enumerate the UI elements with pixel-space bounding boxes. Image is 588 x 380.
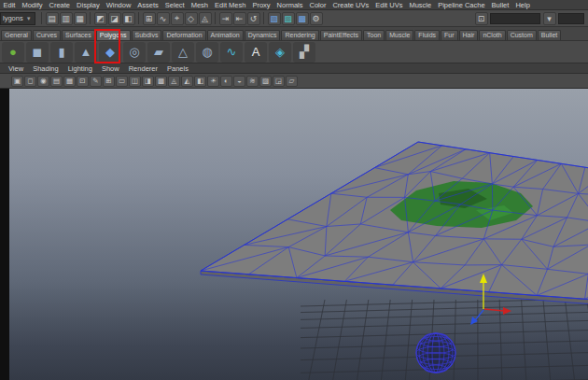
render-current-frame-icon[interactable]: ▨ bbox=[282, 12, 295, 25]
bookmarks-icon[interactable]: ▤ bbox=[50, 76, 63, 87]
pan-zoom-icon[interactable]: ⊡ bbox=[77, 76, 89, 87]
safe-title-icon[interactable]: ◭ bbox=[181, 76, 193, 87]
select-hierarchy-icon[interactable]: ◩ bbox=[94, 12, 107, 25]
grid-toggle-icon[interactable]: ⊞ bbox=[103, 76, 115, 87]
select-component-icon[interactable]: ◧ bbox=[122, 12, 135, 25]
viewport-3d[interactable] bbox=[9, 89, 588, 380]
construction-history-icon[interactable]: ↺ bbox=[247, 12, 260, 25]
menu-edit-uvs[interactable]: Edit UVs bbox=[372, 1, 406, 9]
shelf-tab-custom[interactable]: Custom bbox=[507, 30, 537, 40]
fill-mode-icon[interactable]: ◧ bbox=[194, 76, 206, 87]
field-chart-icon[interactable]: ▩ bbox=[155, 76, 167, 87]
shelf-tab-deformation[interactable]: Deformation bbox=[162, 30, 205, 40]
shelf-tab-fur[interactable]: Fur bbox=[441, 30, 458, 40]
wireframe-sphere[interactable] bbox=[416, 333, 455, 373]
poly-torus-icon[interactable]: ◎ bbox=[123, 42, 146, 63]
poly-pipe-icon[interactable]: ◍ bbox=[196, 42, 218, 63]
menu-edit-mesh[interactable]: Edit Mesh bbox=[212, 1, 249, 9]
xray-icon[interactable]: ▱ bbox=[286, 76, 298, 87]
safe-action-icon[interactable]: ◬ bbox=[168, 76, 180, 87]
shelf-tab-bullet[interactable]: Bullet bbox=[538, 30, 562, 40]
menu-assets[interactable]: Assets bbox=[134, 1, 162, 9]
poly-pyramid-icon[interactable]: △ bbox=[172, 42, 194, 63]
sculpt-geometry-icon[interactable]: ▞ bbox=[293, 42, 315, 63]
menu-proxy[interactable]: Proxy bbox=[249, 1, 273, 9]
panel-menu-panels[interactable]: Panels bbox=[162, 64, 193, 73]
shelf-tab-surfaces[interactable]: Surfaces bbox=[62, 30, 95, 40]
panel-menu-renderer[interactable]: Renderer bbox=[124, 64, 162, 73]
shelf-tab-general[interactable]: General bbox=[1, 30, 32, 40]
menu-create[interactable]: Create bbox=[46, 1, 74, 9]
shelf-tab-curves[interactable]: Curves bbox=[33, 30, 61, 40]
menu-pipeline-cache[interactable]: Pipeline Cache bbox=[435, 1, 488, 9]
shelf-tab-dynamics[interactable]: Dynamics bbox=[245, 30, 281, 40]
shelf-tab-subdivs[interactable]: Subdivs bbox=[132, 30, 162, 40]
isolate-select-icon[interactable]: ◲ bbox=[273, 76, 285, 87]
poly-sphere-icon[interactable]: ● bbox=[2, 42, 24, 63]
viewport-panel[interactable] bbox=[0, 89, 588, 380]
save-scene-icon[interactable]: ▦ bbox=[74, 12, 87, 25]
image-plane-icon[interactable]: ▦ bbox=[63, 76, 76, 87]
menu-mesh[interactable]: Mesh bbox=[188, 1, 211, 9]
menu-modify[interactable]: Modify bbox=[19, 1, 46, 9]
poly-plane-icon[interactable]: ◆ bbox=[99, 42, 121, 63]
poly-cylinder-icon[interactable]: ▮ bbox=[50, 42, 73, 63]
poly-platonic-icon[interactable]: ◈ bbox=[269, 42, 291, 63]
grease-pencil-icon[interactable]: ✎ bbox=[90, 76, 102, 87]
camera-attributes-icon[interactable]: ◉ bbox=[37, 76, 49, 87]
panel-menu-show[interactable]: Show bbox=[97, 64, 124, 73]
ipr-render-icon[interactable]: ▩ bbox=[296, 12, 309, 25]
resolution-gate-icon[interactable]: ◫ bbox=[129, 76, 141, 87]
poly-cube-icon[interactable]: ◼ bbox=[26, 42, 49, 63]
quick-select-field[interactable] bbox=[490, 13, 540, 24]
panel-menu-shading[interactable]: Shading bbox=[28, 64, 63, 73]
menu-select[interactable]: Select bbox=[161, 1, 188, 9]
menu-color[interactable]: Color bbox=[306, 1, 329, 9]
shadows-icon[interactable]: ◐ bbox=[220, 76, 232, 87]
motion-blur-icon[interactable]: ≋ bbox=[246, 76, 259, 87]
menu-set-selector[interactable]: lygons ▼ bbox=[0, 12, 35, 25]
select-object-icon[interactable]: ◪ bbox=[108, 12, 121, 25]
menu-create-uvs[interactable]: Create UVs bbox=[329, 1, 372, 9]
lock-camera-icon[interactable]: ◻ bbox=[24, 76, 36, 87]
render-settings-icon[interactable]: ⚙ bbox=[310, 12, 323, 25]
shelf-tab-muscle[interactable]: Muscle bbox=[385, 30, 413, 40]
poly-helix-icon[interactable]: ∿ bbox=[220, 42, 243, 63]
poly-text-icon[interactable]: A bbox=[245, 42, 267, 63]
make-live-icon[interactable]: ◬ bbox=[199, 12, 212, 25]
numeric-input-field[interactable] bbox=[558, 13, 584, 24]
menu-display[interactable]: Display bbox=[74, 1, 104, 9]
shelf-tab-hair[interactable]: Hair bbox=[459, 30, 479, 40]
poly-plane-mesh[interactable] bbox=[201, 142, 588, 307]
field-mode-icon[interactable]: ⊡ bbox=[475, 12, 488, 25]
snap-point-icon[interactable]: ⌖ bbox=[171, 12, 184, 25]
shelf-tab-animation[interactable]: Animation bbox=[207, 30, 244, 40]
shelf-tab-ncloth[interactable]: nCloth bbox=[479, 30, 505, 40]
panel-menu-view[interactable]: View bbox=[4, 64, 28, 73]
film-gate-icon[interactable]: ▭ bbox=[116, 76, 128, 87]
input-connections-icon[interactable]: ⇥ bbox=[219, 12, 232, 25]
shelf-tab-rendering[interactable]: Rendering bbox=[281, 30, 318, 40]
menu-help[interactable]: Help bbox=[512, 1, 533, 9]
output-connections-icon[interactable]: ⇤ bbox=[233, 12, 246, 25]
new-scene-icon[interactable]: ▤ bbox=[46, 12, 59, 25]
shelf-tab-polygons[interactable]: Polygons bbox=[96, 30, 131, 40]
menu-bullet[interactable]: Bullet bbox=[488, 1, 512, 9]
render-view-icon[interactable]: ▧ bbox=[268, 12, 281, 25]
menu-edit[interactable]: Edit bbox=[0, 1, 19, 9]
poly-prism-icon[interactable]: ▰ bbox=[147, 42, 170, 63]
menu-window[interactable]: Window bbox=[103, 1, 134, 9]
menu-muscle[interactable]: Muscle bbox=[406, 1, 435, 9]
select-camera-icon[interactable]: ▣ bbox=[11, 76, 23, 87]
poly-cone-icon[interactable]: ▲ bbox=[75, 42, 97, 63]
lighting-mode-icon[interactable]: ☀ bbox=[207, 76, 219, 87]
ssao-icon[interactable]: ◒ bbox=[233, 76, 245, 87]
snap-curve-icon[interactable]: ∿ bbox=[157, 12, 170, 25]
field-toggle-icon[interactable]: ▾ bbox=[543, 12, 556, 25]
shelf-tab-painteffects[interactable]: PaintEffects bbox=[320, 30, 362, 40]
snap-grid-icon[interactable]: ⊞ bbox=[143, 12, 156, 25]
panel-menu-lighting[interactable]: Lighting bbox=[63, 64, 97, 73]
multisample-icon[interactable]: ▨ bbox=[259, 76, 272, 87]
menu-normals[interactable]: Normals bbox=[273, 1, 306, 9]
shelf-tab-toon[interactable]: Toon bbox=[363, 30, 385, 40]
